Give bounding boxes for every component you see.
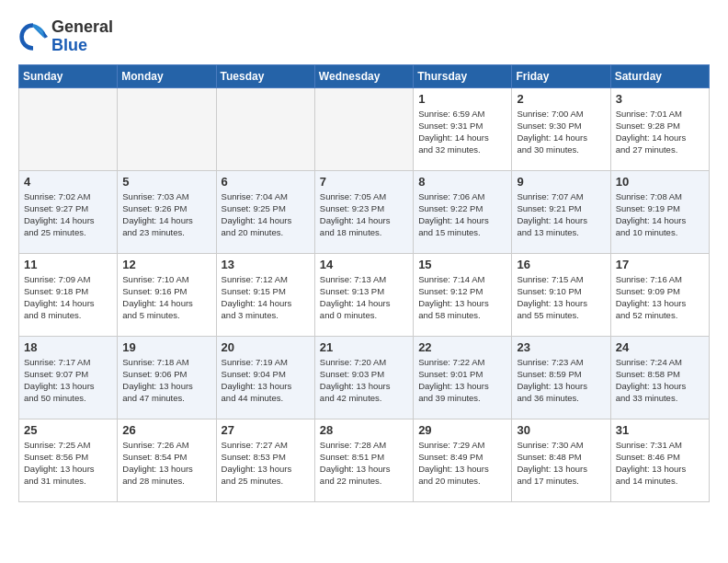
weekday-tuesday: Tuesday [216,64,314,87]
week-row-2: 4Sunrise: 7:02 AM Sunset: 9:27 PM Daylig… [19,170,710,253]
calendar-cell [216,87,314,170]
calendar-cell: 29Sunrise: 7:29 AM Sunset: 8:49 PM Dayli… [414,419,512,501]
day-number: 23 [517,340,605,354]
day-info: Sunrise: 7:20 AM Sunset: 9:03 PM Dayligh… [320,356,408,405]
day-info: Sunrise: 7:07 AM Sunset: 9:21 PM Dayligh… [517,190,605,239]
day-info: Sunrise: 7:09 AM Sunset: 9:18 PM Dayligh… [24,273,112,322]
calendar-cell: 12Sunrise: 7:10 AM Sunset: 9:16 PM Dayli… [118,253,216,336]
page-container: General Blue SundayMondayTuesdayWednesda… [18,18,710,502]
day-info: Sunrise: 7:23 AM Sunset: 8:59 PM Dayligh… [517,356,605,405]
day-info: Sunrise: 7:22 AM Sunset: 9:01 PM Dayligh… [418,356,506,405]
day-number: 19 [122,340,210,354]
day-info: Sunrise: 7:13 AM Sunset: 9:13 PM Dayligh… [320,273,408,322]
day-info: Sunrise: 7:01 AM Sunset: 9:28 PM Dayligh… [616,108,704,156]
calendar-cell: 2Sunrise: 7:00 AM Sunset: 9:30 PM Daylig… [512,87,610,170]
weekday-sunday: Sunday [19,64,118,87]
day-number: 11 [24,258,112,271]
day-info: Sunrise: 7:10 AM Sunset: 9:16 PM Dayligh… [122,273,210,322]
calendar-cell: 13Sunrise: 7:12 AM Sunset: 9:15 PM Dayli… [216,253,314,336]
day-info: Sunrise: 7:17 AM Sunset: 9:07 PM Dayligh… [24,356,112,405]
day-info: Sunrise: 7:02 AM Sunset: 9:27 PM Dayligh… [24,190,112,239]
calendar-cell: 11Sunrise: 7:09 AM Sunset: 9:18 PM Dayli… [19,253,118,336]
day-number: 30 [517,423,605,437]
day-number: 28 [320,423,408,437]
day-number: 22 [418,340,506,354]
calendar-cell: 21Sunrise: 7:20 AM Sunset: 9:03 PM Dayli… [314,336,413,419]
calendar-cell: 24Sunrise: 7:24 AM Sunset: 8:58 PM Dayli… [610,336,709,419]
weekday-monday: Monday [118,64,216,87]
day-number: 4 [24,175,112,189]
weekday-friday: Friday [512,64,610,87]
day-info: Sunrise: 7:30 AM Sunset: 8:48 PM Dayligh… [517,439,605,488]
day-number: 5 [122,175,210,189]
day-number: 21 [320,340,408,354]
calendar-cell: 7Sunrise: 7:05 AM Sunset: 9:23 PM Daylig… [314,170,413,253]
day-number: 3 [616,92,704,106]
week-row-3: 11Sunrise: 7:09 AM Sunset: 9:18 PM Dayli… [19,253,710,336]
day-info: Sunrise: 7:25 AM Sunset: 8:56 PM Dayligh… [24,439,112,488]
calendar-table: SundayMondayTuesdayWednesdayThursdayFrid… [18,64,710,502]
calendar-cell: 26Sunrise: 7:26 AM Sunset: 8:54 PM Dayli… [118,419,216,501]
week-row-5: 25Sunrise: 7:25 AM Sunset: 8:56 PM Dayli… [19,419,710,501]
day-number: 10 [616,175,704,189]
calendar-cell: 5Sunrise: 7:03 AM Sunset: 9:26 PM Daylig… [118,170,216,253]
day-number: 9 [517,175,605,189]
day-number: 25 [24,423,112,437]
logo-icon [18,22,48,52]
day-info: Sunrise: 7:08 AM Sunset: 9:19 PM Dayligh… [616,190,704,239]
calendar-cell: 15Sunrise: 7:14 AM Sunset: 9:12 PM Dayli… [414,253,512,336]
calendar-cell: 30Sunrise: 7:30 AM Sunset: 8:48 PM Dayli… [512,419,610,501]
calendar-cell [118,87,216,170]
calendar-cell: 25Sunrise: 7:25 AM Sunset: 8:56 PM Dayli… [19,419,118,501]
day-info: Sunrise: 7:28 AM Sunset: 8:51 PM Dayligh… [320,439,408,488]
day-number: 31 [616,423,704,437]
logo: General Blue [18,18,113,55]
day-info: Sunrise: 7:12 AM Sunset: 9:15 PM Dayligh… [222,273,310,322]
calendar-cell: 4Sunrise: 7:02 AM Sunset: 9:27 PM Daylig… [19,170,118,253]
logo-blue: Blue [51,36,87,54]
calendar-cell [314,87,413,170]
day-number: 6 [222,175,310,189]
day-info: Sunrise: 6:59 AM Sunset: 9:31 PM Dayligh… [418,108,506,156]
logo-general: General [51,17,113,36]
day-info: Sunrise: 7:06 AM Sunset: 9:22 PM Dayligh… [418,190,506,239]
day-info: Sunrise: 7:14 AM Sunset: 9:12 PM Dayligh… [418,273,506,322]
calendar-cell: 18Sunrise: 7:17 AM Sunset: 9:07 PM Dayli… [19,336,118,419]
header: General Blue [18,18,710,55]
calendar-cell: 20Sunrise: 7:19 AM Sunset: 9:04 PM Dayli… [216,336,314,419]
day-number: 13 [222,258,310,271]
day-number: 27 [222,423,310,437]
day-number: 12 [122,258,210,271]
week-row-4: 18Sunrise: 7:17 AM Sunset: 9:07 PM Dayli… [19,336,710,419]
weekday-header-row: SundayMondayTuesdayWednesdayThursdayFrid… [19,64,710,87]
calendar-cell: 28Sunrise: 7:28 AM Sunset: 8:51 PM Dayli… [314,419,413,501]
calendar-cell: 16Sunrise: 7:15 AM Sunset: 9:10 PM Dayli… [512,253,610,336]
week-row-1: 1Sunrise: 6:59 AM Sunset: 9:31 PM Daylig… [19,87,710,170]
calendar-cell: 8Sunrise: 7:06 AM Sunset: 9:22 PM Daylig… [414,170,512,253]
calendar-cell: 27Sunrise: 7:27 AM Sunset: 8:53 PM Dayli… [216,419,314,501]
calendar-cell: 22Sunrise: 7:22 AM Sunset: 9:01 PM Dayli… [414,336,512,419]
weekday-saturday: Saturday [610,64,709,87]
calendar-cell: 19Sunrise: 7:18 AM Sunset: 9:06 PM Dayli… [118,336,216,419]
day-info: Sunrise: 7:24 AM Sunset: 8:58 PM Dayligh… [616,356,704,405]
calendar-cell: 23Sunrise: 7:23 AM Sunset: 8:59 PM Dayli… [512,336,610,419]
day-number: 20 [222,340,310,354]
day-info: Sunrise: 7:26 AM Sunset: 8:54 PM Dayligh… [122,439,210,488]
day-number: 8 [418,175,506,189]
logo-text: General Blue [51,18,113,55]
day-info: Sunrise: 7:03 AM Sunset: 9:26 PM Dayligh… [122,190,210,239]
calendar-cell: 10Sunrise: 7:08 AM Sunset: 9:19 PM Dayli… [610,170,709,253]
day-info: Sunrise: 7:31 AM Sunset: 8:46 PM Dayligh… [616,439,704,488]
day-number: 26 [122,423,210,437]
calendar-cell: 3Sunrise: 7:01 AM Sunset: 9:28 PM Daylig… [610,87,709,170]
day-info: Sunrise: 7:27 AM Sunset: 8:53 PM Dayligh… [222,439,310,488]
day-info: Sunrise: 7:19 AM Sunset: 9:04 PM Dayligh… [222,356,310,405]
day-number: 2 [517,92,605,106]
day-number: 14 [320,258,408,271]
day-number: 7 [320,175,408,189]
calendar-cell: 6Sunrise: 7:04 AM Sunset: 9:25 PM Daylig… [216,170,314,253]
day-info: Sunrise: 7:29 AM Sunset: 8:49 PM Dayligh… [418,439,506,488]
day-number: 16 [517,258,605,271]
day-number: 17 [616,258,704,271]
day-info: Sunrise: 7:15 AM Sunset: 9:10 PM Dayligh… [517,273,605,322]
